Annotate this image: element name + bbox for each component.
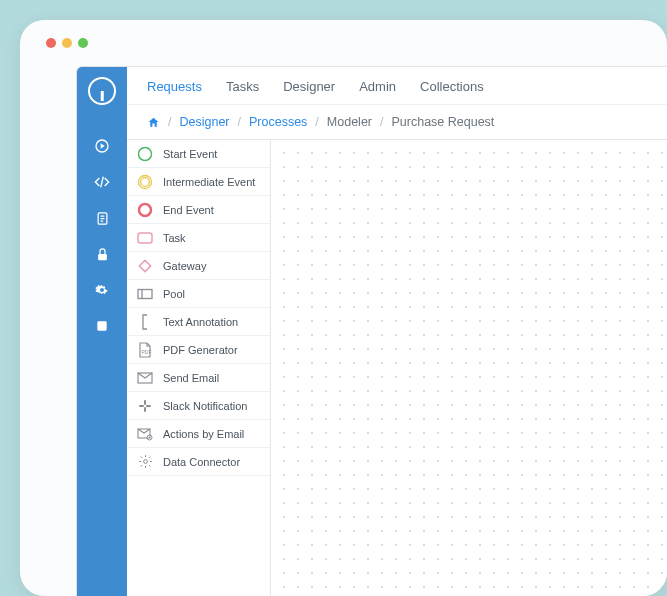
maximize-dot[interactable] xyxy=(78,38,88,48)
rail-file-icon[interactable] xyxy=(93,317,111,335)
tab-admin[interactable]: Admin xyxy=(359,79,396,94)
crumb-processes[interactable]: Processes xyxy=(249,115,307,129)
rail-code-icon[interactable] xyxy=(93,173,111,191)
svg-point-4 xyxy=(139,147,152,160)
palette-start-event[interactable]: Start Event xyxy=(127,140,270,168)
minimize-dot[interactable] xyxy=(62,38,72,48)
palette-item-label: Gateway xyxy=(163,260,206,272)
palette-text-annotation[interactable]: Text Annotation xyxy=(127,308,270,336)
top-nav: RequestsTasksDesignerAdminCollections xyxy=(127,67,667,105)
circle-icon xyxy=(137,146,153,162)
palette-actions-by-email[interactable]: Actions by Email xyxy=(127,420,270,448)
left-rail xyxy=(77,67,127,596)
rail-doc-icon[interactable] xyxy=(93,209,111,227)
svg-rect-14 xyxy=(144,400,146,405)
window-traffic-lights xyxy=(46,38,88,48)
palette-gateway[interactable]: Gateway xyxy=(127,252,270,280)
app-window: RequestsTasksDesignerAdminCollections / … xyxy=(76,66,667,596)
palette-pool[interactable]: Pool xyxy=(127,280,270,308)
svg-point-20 xyxy=(143,460,147,464)
crumb-designer[interactable]: Designer xyxy=(179,115,229,129)
rail-play-icon[interactable] xyxy=(93,137,111,155)
tab-designer[interactable]: Designer xyxy=(283,79,335,94)
pdf-icon: PDF xyxy=(137,342,153,358)
svg-rect-8 xyxy=(138,233,152,243)
palette-item-label: Send Email xyxy=(163,372,219,384)
palette-send-email[interactable]: Send Email xyxy=(127,364,270,392)
svg-point-7 xyxy=(139,204,151,216)
svg-rect-15 xyxy=(144,407,146,412)
palette-end-event[interactable]: End Event xyxy=(127,196,270,224)
svg-rect-10 xyxy=(138,289,152,298)
palette-item-label: Intermediate Event xyxy=(163,176,255,188)
rail-lock-icon[interactable] xyxy=(93,245,111,263)
home-icon[interactable] xyxy=(147,116,160,129)
slack-icon xyxy=(137,398,153,414)
svg-point-6 xyxy=(141,177,150,186)
dblcircle-icon xyxy=(137,174,153,190)
close-dot[interactable] xyxy=(46,38,56,48)
palette-item-label: End Event xyxy=(163,204,214,216)
palette-item-label: Task xyxy=(163,232,186,244)
svg-rect-16 xyxy=(139,405,144,407)
palette-task[interactable]: Task xyxy=(127,224,270,252)
bracket-icon xyxy=(137,314,153,330)
tab-tasks[interactable]: Tasks xyxy=(226,79,259,94)
element-palette: Start EventIntermediate EventEnd EventTa… xyxy=(127,140,271,596)
palette-item-label: Start Event xyxy=(163,148,217,160)
palette-item-label: Text Annotation xyxy=(163,316,238,328)
mailgear-icon xyxy=(137,426,153,442)
palette-item-label: Slack Notification xyxy=(163,400,247,412)
svg-rect-2 xyxy=(98,253,107,259)
diamond-icon xyxy=(137,258,153,274)
breadcrumb: / Designer / Processes / Modeler / Purch… xyxy=(127,105,667,139)
tab-requests[interactable]: Requests xyxy=(147,79,202,94)
svg-rect-9 xyxy=(139,260,150,271)
thickcircle-icon xyxy=(137,202,153,218)
app-logo-icon[interactable] xyxy=(88,77,116,105)
svg-rect-3 xyxy=(97,321,106,330)
svg-rect-17 xyxy=(146,405,151,407)
palette-item-label: Data Connector xyxy=(163,456,240,468)
palette-item-label: Pool xyxy=(163,288,185,300)
palette-pdf-generator[interactable]: PDFPDF Generator xyxy=(127,336,270,364)
tab-collections[interactable]: Collections xyxy=(420,79,484,94)
palette-data-connector[interactable]: Data Connector xyxy=(127,448,270,476)
palette-intermediate-event[interactable]: Intermediate Event xyxy=(127,168,270,196)
rail-gear-icon[interactable] xyxy=(93,281,111,299)
palette-item-label: PDF Generator xyxy=(163,344,238,356)
workspace: Start EventIntermediate EventEnd EventTa… xyxy=(127,139,667,596)
palette-slack-notification[interactable]: Slack Notification xyxy=(127,392,270,420)
crumb-purchase-request: Purchase Request xyxy=(392,115,495,129)
modeler-canvas[interactable] xyxy=(271,140,667,596)
crumb-modeler: Modeler xyxy=(327,115,372,129)
palette-item-label: Actions by Email xyxy=(163,428,244,440)
pool-icon xyxy=(137,286,153,302)
svg-text:PDF: PDF xyxy=(142,349,152,355)
roundrect-icon xyxy=(137,230,153,246)
gear-icon xyxy=(137,454,153,470)
mail-icon xyxy=(137,370,153,386)
